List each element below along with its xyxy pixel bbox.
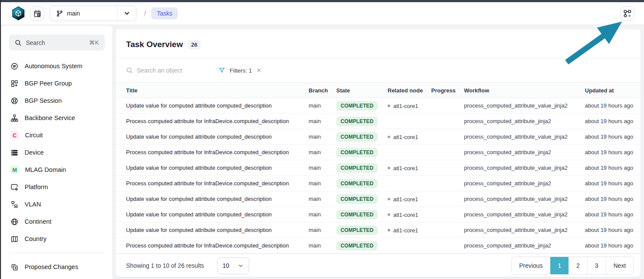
task-state: COMPLETED [336, 145, 388, 160]
task-state: COMPLETED [336, 129, 388, 145]
sidebar-item-mlag-domain[interactable]: M MLAG Domain [2, 161, 112, 178]
table-row[interactable]: Update value for computed attribute comp… [116, 129, 641, 145]
sidebar-item-label: Backbone Service [25, 114, 75, 121]
sidebar-item-circuit[interactable]: C Circuit [2, 127, 112, 144]
device-icon [10, 149, 19, 157]
table-row[interactable]: Process computed attribute for InfraDevi… [116, 238, 641, 254]
previous-page-button[interactable]: Previous [512, 257, 550, 274]
task-updated-at: about 19 hours ago [585, 114, 641, 129]
sidebar-item-vlan[interactable]: VLAN [2, 196, 112, 213]
bgp-session-icon [10, 97, 19, 105]
page-size-select[interactable]: 10 [217, 257, 249, 274]
table-row[interactable]: Update value for computed attribute comp… [116, 191, 641, 207]
branch-selector-value[interactable]: main [50, 6, 117, 21]
sidebar-item-continent[interactable]: Continent [2, 213, 112, 230]
task-branch: main [309, 191, 336, 207]
sidebar-item-bgp-peer-group[interactable]: BGP Peer Group [2, 75, 112, 92]
sidebar-item-label: Autonomous System [25, 63, 82, 70]
pagination: Previous 1 2 3 Next [511, 257, 634, 275]
sidebar-divider [9, 253, 104, 253]
task-branch: main [309, 222, 336, 238]
sidebar-item-device[interactable]: Device [2, 144, 112, 161]
sidebar-item-autonomous-system[interactable]: Autonomous System [2, 57, 112, 75]
task-branch: main [309, 98, 336, 114]
task-branch: main [309, 129, 336, 145]
table-row[interactable]: Update value for computed attribute comp… [116, 98, 641, 114]
sidebar-item-proposed-changes[interactable]: Proposed Changes [2, 258, 112, 276]
related-node-name: atl1-core1 [393, 103, 418, 109]
related-node-dot-icon [388, 198, 390, 200]
task-updated-at: about 19 hours ago [585, 176, 641, 191]
date-time-button[interactable] [30, 6, 44, 21]
task-related-node [388, 176, 431, 191]
proposed-changes-icon [10, 263, 19, 271]
sidebar-item-bgp-session[interactable]: BGP Session [2, 92, 112, 109]
topbar: main / Tasks [1, 2, 644, 25]
page-3-button[interactable]: 3 [587, 257, 606, 274]
table-row[interactable]: Update value for computed attribute comp… [116, 207, 641, 222]
sidebar-item-platform[interactable]: Platform [2, 178, 112, 196]
table-row[interactable]: Process computed attribute for InfraDevi… [116, 114, 641, 129]
sidebar-item-country[interactable]: Country [2, 230, 112, 247]
related-node-name: atl1-core1 [393, 134, 418, 140]
filter-group: Filters: 1 ✕ [218, 67, 262, 74]
task-related-node: atl1-core1 [388, 191, 431, 207]
status-badge: COMPLETED [336, 117, 378, 126]
backbone-service-icon [10, 114, 19, 122]
page-2-button[interactable]: 2 [569, 257, 587, 274]
table-row[interactable]: Update value for computed attribute comp… [116, 160, 641, 176]
platform-icon [10, 183, 19, 191]
filter-funnel-icon[interactable] [218, 67, 225, 74]
related-node-name: atl1-core1 [393, 196, 418, 203]
sidebar-search-label: Search [26, 39, 85, 46]
task-progress [431, 129, 464, 145]
task-branch: main [309, 207, 336, 222]
table-row[interactable]: Process computed attribute for InfraDevi… [116, 145, 641, 160]
sidebar: Search ⌘K Autonomous System BGP Peer Gro… [2, 26, 112, 279]
task-updated-at: about 19 hours ago [585, 238, 641, 254]
task-workflow: process_computed_attribute_value_jinja2 [464, 207, 585, 222]
related-node-name: atl1-core1 [393, 227, 418, 234]
task-related-node: atl1-core1 [388, 129, 431, 145]
task-table-body: Update value for computed attribute comp… [116, 98, 641, 254]
task-count-badge: 26 [188, 40, 201, 49]
autonomous-system-icon [10, 62, 19, 70]
sidebar-item-backbone-service[interactable]: Backbone Service [2, 109, 112, 127]
task-branch: main [309, 145, 336, 160]
branch-dropdown-toggle[interactable] [117, 6, 136, 21]
status-badge: COMPLETED [336, 225, 378, 235]
country-map-icon [10, 235, 19, 243]
task-state: COMPLETED [336, 176, 388, 191]
schema-visualizer-button[interactable] [620, 6, 635, 21]
search-shortcut: ⌘K [89, 39, 99, 46]
task-related-node: atl1-core1 [388, 207, 431, 222]
col-branch: Branch [309, 83, 336, 98]
sidebar-item-label: MLAG Domain [25, 166, 66, 173]
object-search-input[interactable] [137, 67, 208, 74]
sidebar-item-label: Circuit [25, 132, 43, 139]
results-summary: Showing 1 to 10 of 26 results [126, 262, 204, 269]
task-updated-at: about 19 hours ago [585, 145, 641, 160]
object-search [126, 67, 208, 74]
clear-filters-icon[interactable]: ✕ [256, 67, 262, 73]
table-row[interactable]: Update value for computed attribute comp… [116, 222, 641, 238]
task-workflow: process_computed_attribute_jinja2 [464, 145, 585, 160]
table-row[interactable]: Process computed attribute for InfraDevi… [116, 176, 641, 191]
sidebar-item-object-management[interactable]: Object Management [2, 276, 112, 279]
sidebar-search[interactable]: Search ⌘K [9, 35, 105, 51]
filters-count-label: Filters: 1 [230, 67, 252, 74]
breadcrumb-tasks[interactable]: Tasks [151, 7, 178, 19]
task-title: Process computed attribute for InfraDevi… [116, 145, 309, 160]
git-branch-icon [56, 10, 63, 17]
search-icon [126, 67, 133, 74]
page-1-button[interactable]: 1 [550, 257, 569, 274]
app-logo-icon[interactable] [11, 6, 25, 21]
related-node-dot-icon [388, 213, 390, 216]
breadcrumb-separator: / [144, 10, 146, 17]
next-page-button[interactable]: Next [606, 257, 633, 274]
related-node-dot-icon [388, 136, 390, 138]
task-updated-at: about 19 hours ago [585, 129, 641, 145]
task-updated-at: about 19 hours ago [585, 207, 641, 222]
task-state: COMPLETED [336, 207, 388, 222]
task-progress [431, 145, 464, 160]
